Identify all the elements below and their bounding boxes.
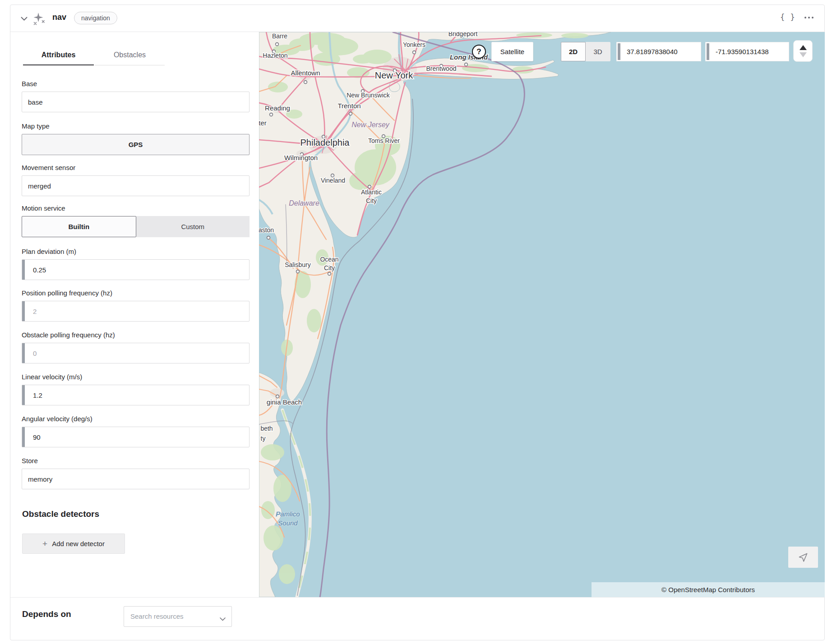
tab-attributes[interactable]: Attributes [23,48,94,65]
field-label: Map type [22,122,250,130]
base-input[interactable] [22,92,250,112]
field-linear-velocity: Linear velocity (m/s) [22,373,250,405]
store-input[interactable] [22,469,250,489]
longitude-field [705,42,789,61]
map-label: Barre [272,32,287,40]
field-base: Base [22,80,250,112]
map-label: Wilmington [284,154,318,161]
latitude-field [616,42,701,61]
number-accent-bar [22,427,25,447]
map-label: Reading [265,104,290,112]
card-header: nav navigation { } [10,5,824,32]
resource-type-badge: navigation [74,12,117,24]
map-label: City [324,264,335,271]
map-place-marker [276,395,279,398]
motion-service-segmented: Builtin Custom [22,216,250,237]
tab-obstacles[interactable]: Obstacles [95,48,165,65]
view-2d-button[interactable]: 2D [561,42,586,61]
map-canvas[interactable]: BarreHazletonYonkersBridgeportLong Islan… [259,32,825,597]
map-place-marker [296,270,300,273]
latitude-input[interactable] [617,42,701,61]
motion-service-custom-button[interactable]: Custom [136,216,250,237]
map-label: Vineland [321,177,345,184]
map-label: Philadelphia [300,138,350,147]
map-label: Atlantic [361,189,382,196]
map-label: New Jersey [351,121,390,129]
map-label: Bridgeport [448,32,478,37]
map-label: New York [375,70,413,80]
map-label: Toms River [368,137,400,144]
depends-on-heading: Depends on [22,609,71,619]
step-down-icon[interactable] [800,52,807,57]
map-label: Sound [278,519,298,527]
map-place-marker [465,63,468,66]
map-label: ginia Beach [267,398,302,406]
map-label: Hazleton [263,52,287,59]
longitude-input[interactable] [706,42,789,61]
chevron-down-icon [220,615,226,623]
service-sparkles-icon [32,11,46,26]
field-plan-deviation: Plan deviation (m) [22,248,250,280]
field-label: Plan deviation (m) [22,248,250,256]
collapse-chevron-icon[interactable] [21,14,28,22]
field-label: Motion service [22,204,250,212]
number-accent-bar [22,343,25,363]
map-label: Trenton [337,102,361,110]
field-movement-sensor: Movement sensor [22,164,250,196]
motion-service-builtin-button[interactable]: Builtin [22,216,136,237]
coordinate-stepper[interactable] [793,40,813,62]
number-accent-bar [707,43,709,60]
field-label: Obstacle polling frequency (hz) [22,331,250,339]
field-angular-velocity: Angular velocity (deg/s) [22,415,250,447]
json-mode-button[interactable]: { } [780,13,795,22]
resource-title: nav [52,13,66,22]
field-label: Position polling frequency (hz) [22,289,250,297]
map-attribution: © OpenStreetMap Contributors [592,582,825,597]
overflow-menu-icon[interactable] [804,17,814,18]
position-polling-input[interactable] [22,301,250,322]
map-label: ty [261,435,266,442]
map-label: Salisbury [285,261,311,268]
map-label: Yonkers [403,41,425,48]
field-store: Store [22,457,250,489]
map-place-marker [413,51,416,54]
field-obstacle-polling: Obstacle polling frequency (hz) [22,331,250,363]
linear-velocity-input[interactable] [22,385,250,405]
map-label: ter [259,119,267,127]
field-label: Movement sensor [22,164,250,172]
number-accent-bar [618,43,620,60]
depends-on-select[interactable]: Search resources [124,606,232,627]
angular-velocity-input[interactable] [22,427,250,447]
satellite-toggle-button[interactable]: Satellite [491,42,533,61]
resource-card: nav navigation { } Attributes Obstacles … [10,5,825,640]
number-accent-bar [22,385,25,405]
plan-deviation-input[interactable] [22,259,250,280]
navigation-arrow-icon [798,552,809,563]
field-label: Store [22,457,250,465]
movement-sensor-input[interactable] [22,175,250,196]
map-label: Brentwood [426,65,457,72]
map-label: Ocean [320,256,338,263]
map-label: Allentown [291,69,320,77]
field-position-polling: Position polling frequency (hz) [22,289,250,322]
map-place-marker [270,113,273,116]
help-button[interactable]: ? [472,45,486,59]
recenter-button[interactable] [788,547,818,568]
map-label: Delaware [289,199,319,207]
view-3d-button[interactable]: 3D [585,42,610,61]
map-label: Pamlico [276,510,300,518]
field-label: Linear velocity (m/s) [22,373,250,381]
number-accent-bar [22,260,25,280]
map-place-marker [276,43,279,46]
map-place-marker [328,272,331,276]
obstacle-detectors-heading: Obstacle detectors [22,509,99,519]
map-type-gps-button[interactable]: GPS [22,134,250,155]
step-up-icon[interactable] [800,45,807,50]
obstacle-polling-input[interactable] [22,343,250,363]
map-place-marker [304,81,307,84]
map-place-marker [349,112,352,115]
map-label: beth [260,425,273,432]
field-map-type: Map type GPS [22,122,250,155]
add-detector-button[interactable]: + Add new detector [22,534,125,554]
plus-icon: + [42,539,47,548]
